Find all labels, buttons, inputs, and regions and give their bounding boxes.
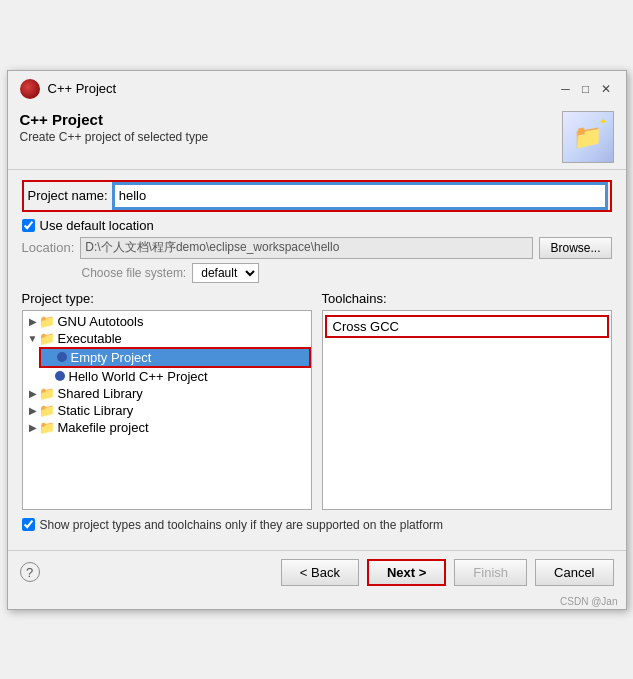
- label-hello-world: Hello World C++ Project: [69, 369, 208, 384]
- next-label: Next >: [387, 565, 426, 580]
- folder-icon-executable: 📁: [39, 331, 55, 346]
- header-text: C++ Project Create C++ project of select…: [20, 111, 209, 144]
- project-name-input[interactable]: [114, 184, 606, 208]
- project-type-title: Project type:: [22, 291, 312, 306]
- maximize-button[interactable]: □: [578, 81, 594, 97]
- use-default-location-row: Use default location: [22, 218, 612, 233]
- title-bar-controls: ─ □ ✕: [558, 81, 614, 97]
- tree-item-shared-library[interactable]: ▶ 📁 Shared Library: [23, 385, 311, 402]
- header-image: [562, 111, 614, 163]
- label-shared-library: Shared Library: [58, 386, 143, 401]
- tree-item-hello-world[interactable]: Hello World C++ Project: [39, 368, 311, 385]
- tree-item-static-library[interactable]: ▶ 📁 Static Library: [23, 402, 311, 419]
- project-type-tree[interactable]: ▶ 📁 GNU Autotools ▼ 📁 Executable: [22, 310, 312, 510]
- label-gnu-autotools: GNU Autotools: [58, 314, 144, 329]
- minimize-button[interactable]: ─: [558, 81, 574, 97]
- watermark: CSDN @Jan: [8, 594, 626, 609]
- project-name-row: Project name:: [22, 180, 612, 212]
- project-name-label: Project name:: [28, 188, 108, 203]
- next-button[interactable]: Next >: [367, 559, 446, 586]
- label-cross-gcc: Cross GCC: [333, 319, 399, 334]
- footer-right: < Back Next > Finish Cancel: [281, 559, 614, 586]
- tree-item-executable[interactable]: ▼ 📁 Executable: [23, 330, 311, 347]
- use-default-location-checkbox[interactable]: [22, 219, 35, 232]
- arrow-shared-library: ▶: [27, 388, 39, 399]
- title-bar: C++ Project ─ □ ✕: [8, 71, 626, 103]
- label-empty-project: Empty Project: [71, 350, 152, 365]
- show-supported-checkbox[interactable]: [22, 518, 35, 531]
- location-row: Location: Browse...: [22, 237, 612, 259]
- label-static-library: Static Library: [58, 403, 134, 418]
- dialog-footer: ? < Back Next > Finish Cancel: [8, 550, 626, 594]
- title-bar-text: C++ Project: [48, 81, 117, 96]
- filesystem-select[interactable]: default: [192, 263, 259, 283]
- help-button[interactable]: ?: [20, 562, 40, 582]
- two-col-section: Project type: ▶ 📁 GNU Autotools ▼ 📁 Exec…: [22, 291, 612, 510]
- label-executable: Executable: [58, 331, 122, 346]
- filesystem-row: Choose file system: default: [22, 263, 612, 283]
- toolchains-panel[interactable]: Cross GCC: [322, 310, 612, 510]
- dialog-body: Project name: Use default location Locat…: [8, 170, 626, 550]
- cancel-button[interactable]: Cancel: [535, 559, 613, 586]
- dialog-subtitle: Create C++ project of selected type: [20, 130, 209, 144]
- finish-button[interactable]: Finish: [454, 559, 527, 586]
- toolchains-title: Toolchains:: [322, 291, 612, 306]
- back-button[interactable]: < Back: [281, 559, 359, 586]
- tree-item-makefile-project[interactable]: ▶ 📁 Makefile project: [23, 419, 311, 436]
- dot-icon-empty-project: [57, 352, 67, 362]
- arrow-executable: ▼: [27, 333, 39, 344]
- arrow-makefile-project: ▶: [27, 422, 39, 433]
- show-supported-label: Show project types and toolchains only i…: [40, 518, 444, 532]
- folder-icon-static-library: 📁: [39, 403, 55, 418]
- location-label: Location:: [22, 240, 75, 255]
- toolchain-item-cross-gcc[interactable]: Cross GCC: [327, 317, 607, 336]
- app-icon: [20, 79, 40, 99]
- filesystem-label: Choose file system:: [82, 266, 187, 280]
- main-dialog: C++ Project ─ □ ✕ C++ Project Create C++…: [7, 70, 627, 610]
- arrow-static-library: ▶: [27, 405, 39, 416]
- use-default-location-label: Use default location: [40, 218, 154, 233]
- toolchains-col: Toolchains: Cross GCC: [322, 291, 612, 510]
- folder-icon-makefile-project: 📁: [39, 420, 55, 435]
- folder-icon-shared-library: 📁: [39, 386, 55, 401]
- arrow-gnu-autotools: ▶: [27, 316, 39, 327]
- dialog-header: C++ Project Create C++ project of select…: [8, 103, 626, 170]
- location-input[interactable]: [80, 237, 533, 259]
- tree-item-gnu-autotools[interactable]: ▶ 📁 GNU Autotools: [23, 313, 311, 330]
- show-supported-row: Show project types and toolchains only i…: [22, 518, 612, 532]
- title-bar-left: C++ Project: [20, 79, 117, 99]
- dot-icon-hello-world: [55, 371, 65, 381]
- label-makefile-project: Makefile project: [58, 420, 149, 435]
- close-button[interactable]: ✕: [598, 81, 614, 97]
- toolchain-highlighted-wrapper: Cross GCC: [325, 315, 609, 338]
- footer-left: ?: [20, 562, 40, 582]
- tree-item-empty-project[interactable]: Empty Project: [39, 347, 311, 368]
- folder-icon-gnu-autotools: 📁: [39, 314, 55, 329]
- browse-button[interactable]: Browse...: [539, 237, 611, 259]
- project-type-col: Project type: ▶ 📁 GNU Autotools ▼ 📁 Exec…: [22, 291, 312, 510]
- dialog-title: C++ Project: [20, 111, 209, 128]
